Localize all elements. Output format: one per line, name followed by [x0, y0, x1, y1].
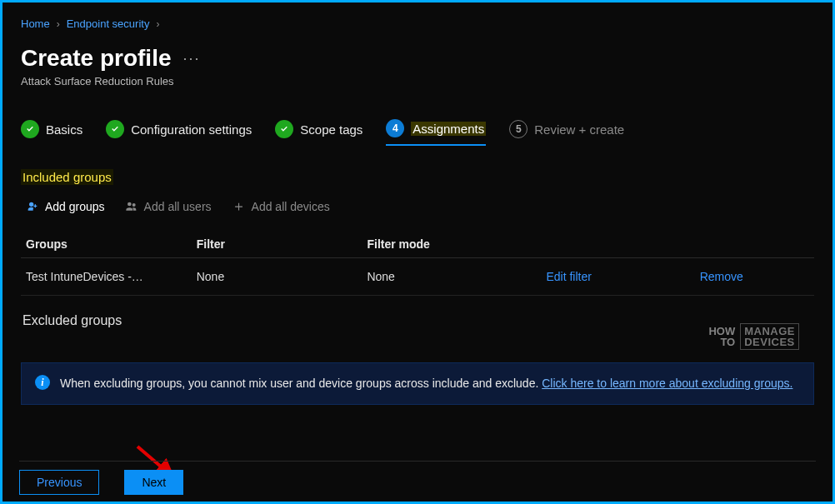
col-header-filter-mode: Filter mode	[362, 231, 541, 258]
info-learn-more-link[interactable]: Click here to learn more about excluding…	[542, 377, 792, 390]
step-label: Assignments	[411, 122, 486, 136]
wizard-footer: Previous Next	[19, 461, 816, 495]
step-scope-tags[interactable]: Scope tags	[275, 120, 362, 145]
step-review-create[interactable]: 5 Review + create	[509, 120, 624, 145]
chevron-right-icon: ›	[57, 18, 60, 30]
action-label: Add groups	[45, 200, 105, 213]
breadcrumb-home[interactable]: Home	[21, 17, 50, 30]
next-button[interactable]: Next	[124, 470, 183, 495]
plus-icon: ＋	[232, 197, 246, 216]
action-label: Add all devices	[252, 200, 330, 213]
add-all-users-button[interactable]: Add all users	[125, 200, 212, 213]
remove-link[interactable]: Remove	[695, 258, 814, 296]
info-text: When excluding groups, you cannot mix us…	[60, 375, 792, 392]
check-icon	[21, 120, 39, 138]
step-label: Review + create	[534, 122, 624, 137]
included-groups-heading: Included groups	[21, 169, 113, 185]
edit-filter-link[interactable]: Edit filter	[541, 258, 694, 296]
breadcrumb-endpoint-security[interactable]: Endpoint security	[67, 17, 150, 30]
table-row: Test IntuneDevices -… None None Edit fil…	[21, 258, 814, 296]
excluded-groups-heading: Excluded groups	[21, 312, 123, 329]
users-icon	[125, 200, 138, 213]
check-icon	[106, 120, 124, 138]
action-label: Add all users	[144, 200, 212, 213]
more-actions-button[interactable]: ···	[183, 50, 201, 67]
watermark-text: TO	[708, 337, 735, 347]
step-number-icon: 5	[509, 120, 528, 138]
info-icon: i	[35, 375, 50, 390]
cell-filter-mode: None	[362, 258, 541, 296]
step-number-icon: 4	[386, 119, 404, 137]
table-header-row: Groups Filter Filter mode	[21, 231, 814, 258]
cell-group-name: Test IntuneDevices -…	[21, 258, 192, 296]
groups-action-bar: Add groups Add all users ＋ Add all devic…	[26, 197, 814, 216]
col-header-filter: Filter	[192, 231, 362, 258]
add-all-devices-button[interactable]: ＋ Add all devices	[232, 197, 330, 216]
watermark-text: DEVICES	[744, 337, 795, 347]
add-groups-button[interactable]: Add groups	[26, 200, 105, 213]
info-banner: i When excluding groups, you cannot mix …	[21, 362, 814, 405]
step-label: Scope tags	[300, 122, 362, 137]
check-icon	[275, 120, 293, 138]
cell-filter: None	[192, 258, 362, 296]
step-label: Configuration settings	[131, 122, 252, 137]
step-basics[interactable]: Basics	[21, 120, 82, 145]
page-subtitle: Attack Surface Reduction Rules	[21, 75, 814, 87]
watermark: HOW TO MANAGE DEVICES	[708, 323, 799, 350]
step-assignments[interactable]: 4 Assignments	[386, 119, 486, 146]
previous-button[interactable]: Previous	[19, 470, 99, 495]
breadcrumb: Home › Endpoint security ›	[21, 17, 814, 30]
included-groups-table: Groups Filter Filter mode Test IntuneDev…	[21, 231, 814, 296]
wizard-steps: Basics Configuration settings Scope tags…	[21, 119, 814, 146]
add-person-icon	[26, 200, 39, 213]
step-configuration-settings[interactable]: Configuration settings	[106, 120, 252, 145]
chevron-right-icon: ›	[156, 18, 159, 30]
col-header-groups: Groups	[21, 231, 192, 258]
page-title: Create profile	[21, 45, 172, 72]
step-label: Basics	[46, 122, 82, 137]
